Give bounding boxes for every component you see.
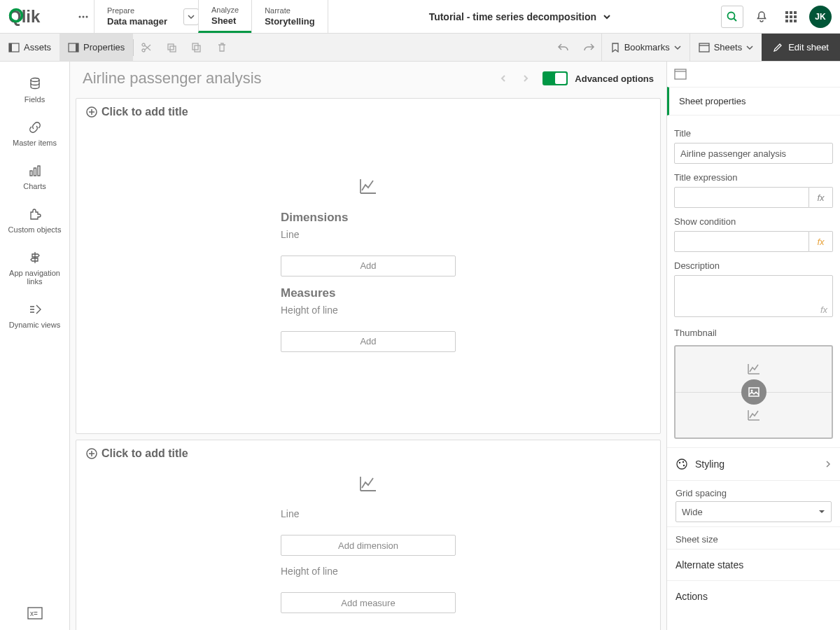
styling-row[interactable]: Styling bbox=[667, 447, 840, 480]
top-header: Qlik Prepare Data manager Analyze Sheet … bbox=[0, 0, 840, 34]
svg-rect-14 bbox=[790, 20, 792, 22]
svg-point-44 bbox=[682, 461, 684, 463]
title-expression-label: Title expression bbox=[674, 172, 833, 183]
chevron-right-icon bbox=[825, 458, 832, 470]
title-expression-input[interactable] bbox=[674, 187, 809, 208]
sheet-size-label: Sheet size bbox=[676, 534, 832, 545]
svg-rect-26 bbox=[195, 46, 200, 52]
notifications-button[interactable] bbox=[750, 6, 773, 28]
sheet-icon[interactable] bbox=[674, 69, 687, 80]
svg-rect-19 bbox=[76, 43, 78, 52]
svg-rect-40 bbox=[749, 388, 759, 396]
svg-point-3 bbox=[83, 15, 85, 18]
bell-icon bbox=[755, 10, 768, 23]
svg-point-21 bbox=[142, 43, 145, 46]
viz2-title[interactable]: Click to add title bbox=[76, 440, 660, 467]
tab-analyze[interactable]: Analyze Sheet bbox=[198, 0, 251, 33]
svg-rect-15 bbox=[794, 20, 797, 22]
svg-line-22 bbox=[145, 46, 150, 50]
edit-sheet-button[interactable]: Edit sheet bbox=[762, 34, 840, 61]
svg-rect-12 bbox=[794, 15, 797, 18]
assets-toggle[interactable]: Assets bbox=[0, 34, 59, 61]
sheet-title[interactable]: Airline passenger analysis bbox=[83, 69, 486, 88]
title-label: Title bbox=[674, 128, 833, 139]
app-title-text: Tutorial - time series decomposition bbox=[429, 11, 596, 22]
rail-dynamic-views[interactable]: Dynamic views bbox=[0, 295, 69, 336]
visualization-1[interactable]: Click to add title Dimensions Line Add M… bbox=[76, 98, 661, 434]
toolbar-right: Bookmarks Sheets Edit sheet bbox=[551, 34, 840, 61]
viz1-add-measure-button[interactable]: Add bbox=[281, 331, 456, 352]
viz-grid: Click to add title Dimensions Line Add M… bbox=[70, 98, 666, 630]
logo[interactable]: Qlik bbox=[0, 0, 73, 33]
svg-point-42 bbox=[677, 459, 687, 469]
description-input[interactable] bbox=[674, 275, 833, 317]
line-chart-icon bbox=[747, 362, 761, 376]
show-condition-input[interactable] bbox=[674, 231, 809, 252]
grid-spacing-select[interactable]: Wide bbox=[676, 501, 832, 522]
tab-narrate[interactable]: Narrate Storytelling bbox=[251, 0, 328, 33]
title-expression-input-group: fx bbox=[674, 187, 833, 208]
advanced-switch[interactable] bbox=[542, 71, 568, 85]
apps-grid-button[interactable] bbox=[780, 6, 802, 28]
change-thumbnail-button[interactable] bbox=[741, 379, 766, 405]
prev-sheet-button[interactable] bbox=[493, 69, 513, 88]
tab-prepare[interactable]: Prepare Data manager bbox=[94, 0, 198, 33]
undo-button[interactable] bbox=[551, 34, 576, 61]
rail-nav-links[interactable]: App navigation links bbox=[0, 244, 69, 293]
rail-master-items[interactable]: Master items bbox=[0, 113, 69, 154]
signpost-icon bbox=[28, 251, 42, 265]
visualization-2[interactable]: Click to add title Line Add dimension He… bbox=[76, 440, 661, 630]
sheet-properties-tab[interactable]: Sheet properties bbox=[667, 87, 840, 115]
show-condition-fx-button[interactable]: fx bbox=[809, 231, 833, 252]
svg-point-5 bbox=[728, 12, 735, 19]
properties-toggle[interactable]: Properties bbox=[59, 34, 133, 61]
viz1-title[interactable]: Click to add title bbox=[76, 99, 660, 125]
undo-icon bbox=[557, 41, 570, 54]
viz1-add-dimension-button[interactable]: Add bbox=[281, 255, 456, 276]
thumbnail-preview[interactable] bbox=[674, 345, 833, 439]
tab-narrate-small: Narrate bbox=[265, 6, 315, 15]
copy-button[interactable] bbox=[159, 34, 184, 61]
rail-variables[interactable]: x= bbox=[19, 598, 51, 630]
sheets-button[interactable]: Sheets bbox=[690, 34, 762, 61]
viz1-body: Dimensions Line Add Measures Height of l… bbox=[76, 125, 660, 433]
search-button[interactable] bbox=[721, 6, 743, 28]
viz2-add-measure-button[interactable]: Add measure bbox=[281, 592, 456, 613]
bookmark-icon bbox=[610, 43, 620, 52]
caret-down-icon bbox=[818, 508, 825, 515]
app-title[interactable]: Tutorial - time series decomposition bbox=[328, 0, 713, 33]
header-right: JK bbox=[713, 0, 840, 33]
viz2-add-dimension-button[interactable]: Add dimension bbox=[281, 535, 456, 556]
bookmarks-button[interactable]: Bookmarks bbox=[601, 34, 690, 61]
alternate-states-row[interactable]: Alternate states bbox=[667, 549, 840, 580]
more-menu-icon[interactable] bbox=[73, 0, 94, 33]
next-sheet-button[interactable] bbox=[516, 69, 536, 88]
tab-analyze-big: Sheet bbox=[211, 15, 239, 26]
rail-charts[interactable]: Charts bbox=[0, 157, 69, 197]
thumbnail-label: Thumbnail bbox=[674, 328, 833, 338]
rail-custom-objects[interactable]: Custom objects bbox=[0, 200, 69, 241]
delete-button[interactable] bbox=[209, 34, 234, 61]
svg-rect-31 bbox=[30, 171, 32, 176]
prepare-dropdown[interactable] bbox=[183, 8, 199, 25]
line-chart-icon bbox=[358, 176, 378, 198]
cut-button[interactable] bbox=[134, 34, 159, 61]
actions-row[interactable]: Actions bbox=[667, 580, 840, 612]
puzzle-icon bbox=[28, 207, 42, 221]
title-input[interactable] bbox=[674, 143, 833, 164]
paste-button[interactable] bbox=[184, 34, 209, 61]
title-expression-fx-button[interactable]: fx bbox=[809, 187, 833, 208]
rail-fields[interactable]: Fields bbox=[0, 70, 69, 111]
show-condition-label: Show condition bbox=[674, 216, 833, 227]
svg-rect-17 bbox=[9, 43, 12, 52]
panel-left-icon bbox=[8, 42, 20, 53]
properties-panel: Sheet properties Title Title expression … bbox=[666, 62, 840, 630]
svg-rect-32 bbox=[34, 168, 36, 176]
svg-rect-9 bbox=[794, 11, 797, 14]
avatar[interactable]: JK bbox=[809, 6, 832, 28]
redo-button[interactable] bbox=[576, 34, 601, 61]
description-fx-button[interactable]: fx bbox=[820, 304, 827, 315]
line-chart-icon bbox=[747, 408, 761, 422]
svg-rect-24 bbox=[168, 44, 174, 50]
variable-icon: x= bbox=[27, 607, 43, 620]
